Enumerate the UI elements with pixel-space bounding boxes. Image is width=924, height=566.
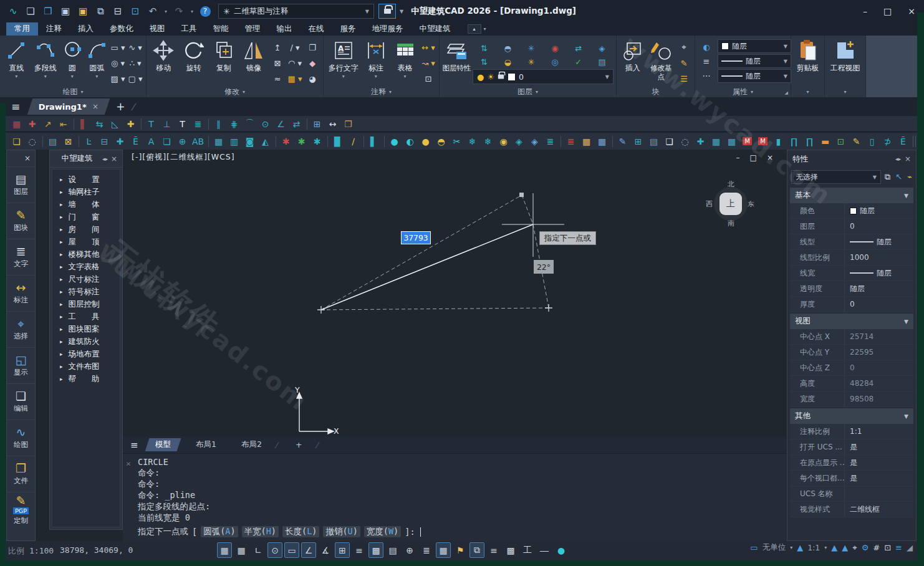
stretch-tool-icon[interactable]: ↥ <box>269 40 286 55</box>
pencil-yellow-icon[interactable]: ✎ <box>849 135 864 148</box>
properties-dock-icon[interactable]: ◂▸ <box>895 156 901 162</box>
workspace-dropdown[interactable]: ✳ 二维草图与注释 ▼ <box>218 4 374 19</box>
wall-tool-icon[interactable]: ▌ <box>76 117 92 131</box>
hatch-tool-icon[interactable]: ▨ ▾ <box>110 71 126 86</box>
navigation-compass[interactable]: 北 南 西 东 上 <box>708 181 753 226</box>
m-red-b-icon[interactable]: M <box>755 135 771 148</box>
bulb-half-icon[interactable]: ◐ <box>402 135 418 148</box>
layer-unlock-icon[interactable]: ◎ <box>543 55 566 69</box>
t-ic[interactable] <box>361 135 366 148</box>
help-icon[interactable]: ? <box>197 4 213 19</box>
door-array-icon[interactable]: ∥ <box>211 117 226 131</box>
layer-lock-icon[interactable]: ◉ <box>543 41 566 55</box>
layer-on-icon[interactable]: ◒ <box>496 55 519 69</box>
lineweight-display-icon[interactable]: ≡ <box>352 542 367 558</box>
annot-scale-icon[interactable]: ▲ <box>797 543 803 552</box>
arch-stairs-other[interactable]: ▸楼梯其他 <box>52 248 120 261</box>
donut-tool-icon[interactable]: ◎ ▾ <box>110 55 126 70</box>
fullscreen-icon[interactable]: ⊡ <box>884 543 891 552</box>
ribbon-collapse-icon[interactable]: ▴ <box>468 24 481 34</box>
polyline-button[interactable]: 多段线▾ <box>32 37 60 86</box>
zoom-doc-icon[interactable]: ◌ <box>677 135 693 148</box>
document-tab-drawing1[interactable]: Drawing1* × <box>27 98 110 115</box>
region-tool-icon[interactable]: ▢ ▾ <box>127 71 143 86</box>
lock-ui-button[interactable] <box>378 4 396 19</box>
preview-icon[interactable]: ⊡ <box>127 4 143 19</box>
ortho-mode-icon[interactable]: ∟ <box>251 542 266 558</box>
green-box-icon[interactable]: ⊡ <box>833 135 849 148</box>
mirror-button[interactable]: 镜像 <box>239 37 268 86</box>
arch-fire[interactable]: ▸建筑防火 <box>52 335 120 348</box>
save-as-icon[interactable]: ▣ <box>75 4 91 19</box>
round-column-icon[interactable]: ⊙ <box>257 117 273 131</box>
tab-insert[interactable]: 插入 <box>70 22 102 36</box>
freeze-b-icon[interactable]: ❄ <box>480 135 496 148</box>
scale-tool-icon[interactable]: ⊠ <box>269 55 286 70</box>
clipboard-button[interactable]: 剪贴板 <box>794 37 822 86</box>
layer-isolate-icon[interactable]: ⇅ <box>473 41 496 55</box>
tab-a-icon[interactable]: ▦ <box>708 135 724 148</box>
palette-select[interactable]: ⌖选择 <box>7 311 35 347</box>
undo-caret-icon[interactable]: ▾ <box>162 4 170 19</box>
tab-annotate[interactable]: 注释 <box>38 22 70 36</box>
otrack-icon[interactable]: ∡ <box>318 542 333 558</box>
edit-basepoint-button[interactable]: 修改基点 <box>648 37 675 86</box>
object-snap-icon[interactable]: ∠ <box>301 542 316 558</box>
palette-pgp[interactable]: ✎PGP定制 <box>7 492 35 528</box>
gear-green-icon[interactable]: ✱ <box>294 135 309 148</box>
dash-icon[interactable]: ― <box>537 542 552 558</box>
axis-grid-icon[interactable]: ▦ <box>9 117 24 131</box>
palette-display[interactable]: ◱显示 <box>7 347 35 383</box>
units-icon[interactable]: ▭ <box>750 543 758 552</box>
ribbon-collapse-control[interactable]: ▴ ▾ <box>468 22 486 36</box>
palette-file[interactable]: ❐文件 <box>7 456 35 492</box>
dynamic-input-icon[interactable]: ⊞ <box>335 542 350 558</box>
arch-tools[interactable]: ▸工 具 <box>52 310 120 323</box>
t-ic[interactable] <box>304 117 309 131</box>
m-red-a-icon[interactable]: M <box>739 135 755 148</box>
layer-list-icon[interactable]: ▤ <box>45 135 60 148</box>
option-length[interactable]: 长度L <box>282 526 319 537</box>
annot-scale-value[interactable]: 1:1 <box>807 543 820 552</box>
bulb-icon[interactable]: ● <box>554 542 569 558</box>
array-tool-icon[interactable]: ▦ ▾ <box>287 71 303 86</box>
schedule-icon[interactable]: ▥ <box>226 135 242 148</box>
section-view[interactable]: 视图▼ <box>790 314 913 329</box>
arch-grid-column[interactable]: ▸轴网柱子 <box>52 186 120 198</box>
erase-tool-icon[interactable]: ◆ <box>304 55 320 70</box>
find-icon[interactable]: ◌ <box>24 135 40 148</box>
bulb-yellow-icon[interactable]: ● <box>418 135 433 148</box>
polar-tracking-icon[interactable]: ⊙ <box>267 542 282 558</box>
text-base-icon[interactable]: ⊥ <box>159 117 175 131</box>
maximize-button[interactable]: □ <box>883 6 892 16</box>
sheet-icon[interactable]: ▤ <box>646 135 662 148</box>
lock-b-icon[interactable]: ◈ <box>527 135 542 148</box>
grid-plus-icon[interactable]: ⊞ <box>630 135 646 148</box>
align-text-icon[interactable]: A <box>143 135 159 148</box>
arc-button[interactable]: 圆弧▾ <box>85 37 108 86</box>
compass-east[interactable]: 东 <box>748 199 754 209</box>
tab-manage[interactable]: 管理 <box>237 22 269 36</box>
section-other[interactable]: 其他▼ <box>790 408 913 424</box>
compass-top-face[interactable]: 上 <box>719 193 742 215</box>
t-ic[interactable] <box>76 135 81 148</box>
copy-doc-icon[interactable]: ❏ <box>159 135 175 148</box>
orange-bar-icon[interactable]: ▬ <box>817 135 833 148</box>
block-panel-label[interactable]: 块 <box>617 86 695 97</box>
arch-dimension[interactable]: ▸尺寸标注 <box>52 273 120 285</box>
selection-cycling-icon[interactable]: ⌖ <box>852 543 857 553</box>
block-define-icon[interactable]: ⌖ <box>676 40 692 55</box>
arch-file-layout[interactable]: ▸文件布图 <box>52 360 120 373</box>
table-icon[interactable]: ▦ <box>211 135 226 148</box>
layer-off-icon[interactable]: ◓ <box>496 41 519 55</box>
tab-smart[interactable]: 智能 <box>205 22 237 36</box>
tab-view[interactable]: 视图 <box>142 22 173 36</box>
annot-autoscale-icon[interactable]: ▲ <box>842 543 848 552</box>
doc-check-icon[interactable]: ❏ <box>9 135 24 148</box>
match-props-icon[interactable]: ◐ <box>698 41 715 52</box>
tab-home[interactable]: 常用 <box>6 22 38 36</box>
annot-visibility-icon[interactable]: ▲ <box>831 543 837 552</box>
undo-icon[interactable]: ↶ <box>145 4 161 19</box>
elev2-icon[interactable]: Ē <box>895 135 911 148</box>
add-point-icon[interactable]: ⊕ <box>175 135 190 148</box>
